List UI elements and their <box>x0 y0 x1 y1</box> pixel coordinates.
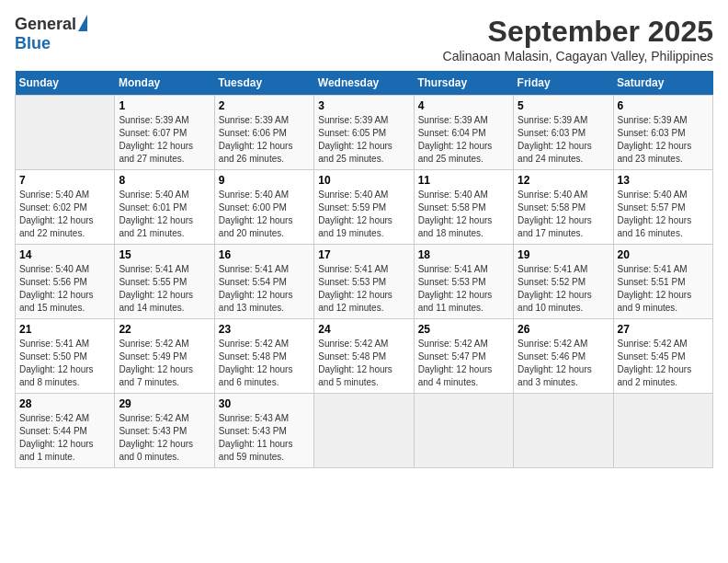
day-info: Sunrise: 5:39 AM Sunset: 6:05 PM Dayligh… <box>318 114 409 166</box>
day-info: Sunrise: 5:39 AM Sunset: 6:03 PM Dayligh… <box>518 114 609 166</box>
day-info: Sunrise: 5:41 AM Sunset: 5:53 PM Dayligh… <box>318 263 409 315</box>
day-info: Sunrise: 5:39 AM Sunset: 6:04 PM Dayligh… <box>418 114 509 166</box>
day-number: 16 <box>219 248 310 261</box>
calendar-cell <box>16 96 115 170</box>
calendar-cell: 8Sunrise: 5:40 AM Sunset: 6:01 PM Daylig… <box>115 170 214 245</box>
calendar-cell: 30Sunrise: 5:43 AM Sunset: 5:43 PM Dayli… <box>214 394 313 468</box>
day-info: Sunrise: 5:40 AM Sunset: 6:01 PM Dayligh… <box>119 189 210 240</box>
month-title: September 2025 <box>443 15 713 49</box>
title-area: September 2025 Calinaoan Malasin, Cagaya… <box>443 15 713 63</box>
day-number: 7 <box>19 174 110 187</box>
calendar-cell: 19Sunrise: 5:41 AM Sunset: 5:52 PM Dayli… <box>514 245 613 319</box>
day-number: 17 <box>318 248 409 261</box>
header-cell-wednesday: Wednesday <box>314 71 414 96</box>
calendar-cell: 12Sunrise: 5:40 AM Sunset: 5:58 PM Dayli… <box>514 170 613 245</box>
day-info: Sunrise: 5:40 AM Sunset: 6:00 PM Dayligh… <box>219 189 310 240</box>
day-number: 20 <box>618 248 709 261</box>
calendar-cell: 23Sunrise: 5:42 AM Sunset: 5:48 PM Dayli… <box>214 319 313 394</box>
day-info: Sunrise: 5:42 AM Sunset: 5:45 PM Dayligh… <box>618 338 709 389</box>
calendar-table: SundayMondayTuesdayWednesdayThursdayFrid… <box>15 71 713 468</box>
day-info: Sunrise: 5:40 AM Sunset: 5:58 PM Dayligh… <box>518 189 609 240</box>
day-number: 29 <box>119 397 210 410</box>
calendar-week-row: 21Sunrise: 5:41 AM Sunset: 5:50 PM Dayli… <box>16 319 713 394</box>
day-number: 21 <box>19 323 110 336</box>
day-info: Sunrise: 5:42 AM Sunset: 5:44 PM Dayligh… <box>19 412 110 464</box>
day-info: Sunrise: 5:42 AM Sunset: 5:43 PM Dayligh… <box>119 412 210 464</box>
day-number: 3 <box>318 99 409 112</box>
calendar-cell: 21Sunrise: 5:41 AM Sunset: 5:50 PM Dayli… <box>16 319 115 394</box>
day-number: 23 <box>219 323 310 336</box>
calendar-week-row: 14Sunrise: 5:40 AM Sunset: 5:56 PM Dayli… <box>16 245 713 319</box>
header-row: SundayMondayTuesdayWednesdayThursdayFrid… <box>16 71 713 96</box>
day-info: Sunrise: 5:41 AM Sunset: 5:54 PM Dayligh… <box>219 263 310 315</box>
calendar-cell <box>314 394 414 468</box>
day-info: Sunrise: 5:42 AM Sunset: 5:48 PM Dayligh… <box>318 338 409 389</box>
calendar-week-row: 1Sunrise: 5:39 AM Sunset: 6:07 PM Daylig… <box>16 96 713 170</box>
day-number: 30 <box>219 397 310 410</box>
calendar-cell: 25Sunrise: 5:42 AM Sunset: 5:47 PM Dayli… <box>414 319 513 394</box>
day-number: 28 <box>19 397 110 410</box>
day-number: 22 <box>119 323 210 336</box>
day-number: 1 <box>119 99 210 112</box>
day-info: Sunrise: 5:39 AM Sunset: 6:07 PM Dayligh… <box>119 114 210 166</box>
header-cell-saturday: Saturday <box>613 71 712 96</box>
calendar-cell: 5Sunrise: 5:39 AM Sunset: 6:03 PM Daylig… <box>514 96 613 170</box>
calendar-week-row: 28Sunrise: 5:42 AM Sunset: 5:44 PM Dayli… <box>16 394 713 468</box>
day-number: 9 <box>219 174 310 187</box>
calendar-cell: 16Sunrise: 5:41 AM Sunset: 5:54 PM Dayli… <box>214 245 313 319</box>
day-number: 27 <box>618 323 709 336</box>
logo-triangle-icon <box>78 15 87 31</box>
day-number: 18 <box>418 248 509 261</box>
day-number: 19 <box>518 248 609 261</box>
calendar-cell: 15Sunrise: 5:41 AM Sunset: 5:55 PM Dayli… <box>115 245 214 319</box>
day-number: 26 <box>518 323 609 336</box>
day-info: Sunrise: 5:39 AM Sunset: 6:06 PM Dayligh… <box>219 114 310 166</box>
day-info: Sunrise: 5:40 AM Sunset: 5:56 PM Dayligh… <box>19 263 110 315</box>
calendar-cell: 3Sunrise: 5:39 AM Sunset: 6:05 PM Daylig… <box>314 96 414 170</box>
calendar-cell: 9Sunrise: 5:40 AM Sunset: 6:00 PM Daylig… <box>214 170 313 245</box>
day-number: 25 <box>418 323 509 336</box>
calendar-week-row: 7Sunrise: 5:40 AM Sunset: 6:02 PM Daylig… <box>16 170 713 245</box>
calendar-cell: 7Sunrise: 5:40 AM Sunset: 6:02 PM Daylig… <box>16 170 115 245</box>
day-info: Sunrise: 5:42 AM Sunset: 5:46 PM Dayligh… <box>518 338 609 389</box>
day-info: Sunrise: 5:42 AM Sunset: 5:48 PM Dayligh… <box>219 338 310 389</box>
day-info: Sunrise: 5:41 AM Sunset: 5:51 PM Dayligh… <box>618 263 709 315</box>
calendar-cell: 10Sunrise: 5:40 AM Sunset: 5:59 PM Dayli… <box>314 170 414 245</box>
day-info: Sunrise: 5:41 AM Sunset: 5:50 PM Dayligh… <box>19 338 110 389</box>
day-info: Sunrise: 5:41 AM Sunset: 5:53 PM Dayligh… <box>418 263 509 315</box>
location-title: Calinaoan Malasin, Cagayan Valley, Phili… <box>443 49 713 63</box>
day-number: 6 <box>618 99 709 112</box>
day-number: 11 <box>418 174 509 187</box>
day-info: Sunrise: 5:40 AM Sunset: 5:58 PM Dayligh… <box>418 189 509 240</box>
day-info: Sunrise: 5:40 AM Sunset: 5:59 PM Dayligh… <box>318 189 409 240</box>
day-number: 5 <box>518 99 609 112</box>
calendar-cell <box>613 394 712 468</box>
logo: General Blue <box>15 15 87 53</box>
calendar-cell: 14Sunrise: 5:40 AM Sunset: 5:56 PM Dayli… <box>16 245 115 319</box>
calendar-cell <box>414 394 513 468</box>
calendar-cell <box>514 394 613 468</box>
day-info: Sunrise: 5:43 AM Sunset: 5:43 PM Dayligh… <box>219 412 310 464</box>
day-info: Sunrise: 5:41 AM Sunset: 5:55 PM Dayligh… <box>119 263 210 315</box>
calendar-cell: 22Sunrise: 5:42 AM Sunset: 5:49 PM Dayli… <box>115 319 214 394</box>
calendar-cell: 2Sunrise: 5:39 AM Sunset: 6:06 PM Daylig… <box>214 96 313 170</box>
calendar-cell: 1Sunrise: 5:39 AM Sunset: 6:07 PM Daylig… <box>115 96 214 170</box>
logo-blue-text: Blue <box>15 34 51 53</box>
day-number: 10 <box>318 174 409 187</box>
day-number: 24 <box>318 323 409 336</box>
calendar-cell: 18Sunrise: 5:41 AM Sunset: 5:53 PM Dayli… <box>414 245 513 319</box>
header-cell-monday: Monday <box>115 71 214 96</box>
header-cell-thursday: Thursday <box>414 71 513 96</box>
logo-general-text: General <box>15 15 76 34</box>
day-info: Sunrise: 5:40 AM Sunset: 5:57 PM Dayligh… <box>618 189 709 240</box>
day-number: 14 <box>19 248 110 261</box>
day-info: Sunrise: 5:41 AM Sunset: 5:52 PM Dayligh… <box>518 263 609 315</box>
day-number: 8 <box>119 174 210 187</box>
day-number: 13 <box>618 174 709 187</box>
calendar-cell: 17Sunrise: 5:41 AM Sunset: 5:53 PM Dayli… <box>314 245 414 319</box>
calendar-header: SundayMondayTuesdayWednesdayThursdayFrid… <box>16 71 713 96</box>
calendar-cell: 24Sunrise: 5:42 AM Sunset: 5:48 PM Dayli… <box>314 319 414 394</box>
header-cell-tuesday: Tuesday <box>214 71 313 96</box>
calendar-cell: 20Sunrise: 5:41 AM Sunset: 5:51 PM Dayli… <box>613 245 712 319</box>
calendar-cell: 11Sunrise: 5:40 AM Sunset: 5:58 PM Dayli… <box>414 170 513 245</box>
